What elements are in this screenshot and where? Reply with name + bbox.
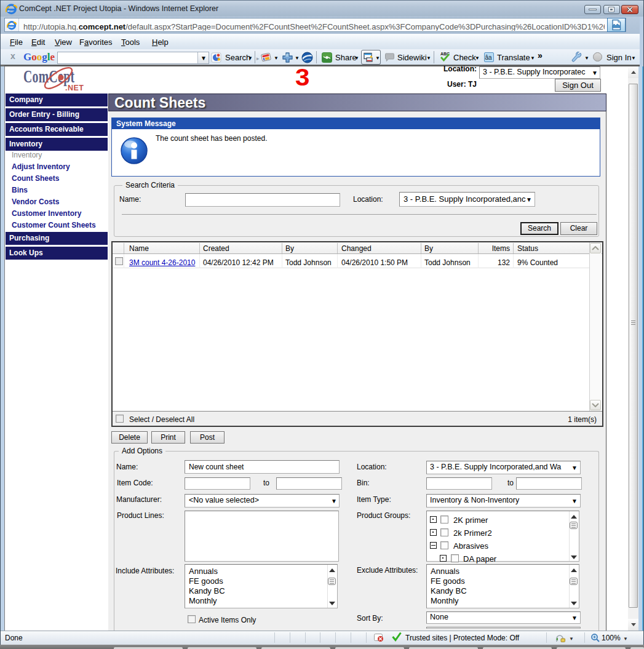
svg-text:âa: âa bbox=[485, 54, 493, 61]
svg-text:.NET: .NET bbox=[65, 84, 84, 92]
